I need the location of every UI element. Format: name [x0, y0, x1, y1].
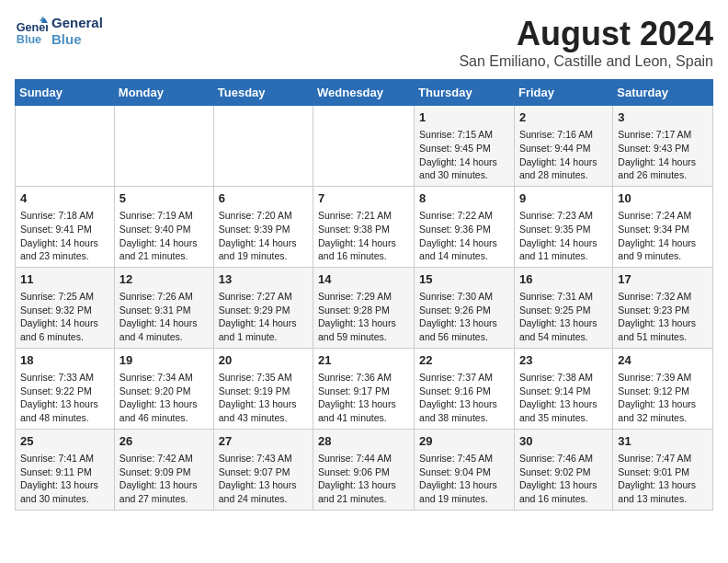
day-info-line: Sunrise: 7:33 AM: [20, 371, 109, 385]
title-area: August 2024 San Emiliano, Castille and L…: [459, 15, 713, 70]
day-number: 10: [618, 190, 708, 207]
day-info-line: Sunrise: 7:42 AM: [119, 452, 209, 465]
day-info-line: Sunrise: 7:29 AM: [318, 290, 409, 304]
week-row-4: 18Sunrise: 7:33 AMSunset: 9:22 PMDayligh…: [16, 348, 713, 429]
day-info-line: Daylight: 13 hours and 51 minutes.: [618, 316, 708, 343]
day-header-thursday: Thursday: [415, 80, 515, 106]
calendar-cell: 23Sunrise: 7:38 AMSunset: 9:14 PMDayligh…: [514, 348, 612, 429]
day-info-line: Daylight: 14 hours and 23 minutes.: [20, 236, 109, 263]
calendar-cell: 3Sunrise: 7:17 AMSunset: 9:43 PMDaylight…: [613, 106, 713, 187]
day-info-line: Sunset: 9:25 PM: [519, 304, 608, 317]
day-info-line: Sunrise: 7:46 AM: [519, 452, 608, 465]
day-header-monday: Monday: [114, 80, 213, 106]
day-info-line: Sunrise: 7:22 AM: [419, 209, 509, 223]
main-title: August 2024: [459, 15, 713, 53]
day-info-line: Sunset: 9:23 PM: [618, 304, 708, 317]
day-number: 21: [318, 352, 409, 369]
subtitle: San Emiliano, Castille and Leon, Spain: [459, 53, 713, 70]
day-info-line: Sunset: 9:04 PM: [419, 465, 509, 479]
day-info-line: Sunset: 9:16 PM: [419, 385, 509, 398]
day-info-line: Sunrise: 7:34 AM: [119, 371, 209, 385]
day-header-tuesday: Tuesday: [213, 80, 313, 106]
day-info-line: Sunset: 9:17 PM: [318, 385, 409, 398]
day-info-line: Daylight: 14 hours and 19 minutes.: [219, 236, 308, 263]
day-number: 7: [318, 190, 409, 207]
day-number: 8: [419, 190, 509, 207]
day-number: 27: [219, 433, 308, 450]
day-number: 16: [519, 271, 608, 288]
calendar-cell: 14Sunrise: 7:29 AMSunset: 9:28 PMDayligh…: [313, 267, 415, 348]
calendar-cell: 15Sunrise: 7:30 AMSunset: 9:26 PMDayligh…: [415, 267, 515, 348]
day-number: 22: [419, 352, 509, 369]
day-info-line: Sunrise: 7:27 AM: [219, 290, 308, 304]
day-info-line: Daylight: 14 hours and 16 minutes.: [318, 236, 409, 263]
day-info-line: Daylight: 14 hours and 28 minutes.: [519, 155, 608, 182]
day-number: 31: [618, 433, 708, 450]
calendar-cell: 30Sunrise: 7:46 AMSunset: 9:02 PMDayligh…: [514, 429, 612, 510]
day-info-line: Sunset: 9:40 PM: [119, 223, 209, 236]
day-info-line: Daylight: 13 hours and 21 minutes.: [318, 478, 409, 505]
day-number: 25: [20, 433, 109, 450]
day-header-wednesday: Wednesday: [313, 80, 415, 106]
day-info-line: Sunset: 9:28 PM: [318, 304, 409, 317]
day-header-friday: Friday: [514, 80, 612, 106]
svg-text:Blue: Blue: [17, 33, 41, 46]
day-info-line: Sunrise: 7:43 AM: [219, 452, 308, 465]
calendar-cell: 1Sunrise: 7:15 AMSunset: 9:45 PMDaylight…: [415, 106, 515, 187]
day-info-line: Sunset: 9:36 PM: [419, 223, 509, 236]
day-number: 26: [119, 433, 209, 450]
day-number: 12: [119, 271, 209, 288]
calendar-cell: 27Sunrise: 7:43 AMSunset: 9:07 PMDayligh…: [213, 429, 313, 510]
day-number: 18: [20, 352, 109, 369]
day-info-line: Daylight: 13 hours and 54 minutes.: [519, 316, 608, 343]
day-info-line: Sunrise: 7:18 AM: [20, 209, 109, 223]
day-number: 29: [419, 433, 509, 450]
day-info-line: Daylight: 13 hours and 35 minutes.: [519, 397, 608, 424]
logo-icon: General Blue: [15, 15, 48, 48]
day-info-line: Sunset: 9:14 PM: [519, 385, 608, 398]
header-row: SundayMondayTuesdayWednesdayThursdayFrid…: [16, 80, 713, 106]
calendar-cell: 5Sunrise: 7:19 AMSunset: 9:40 PMDaylight…: [114, 186, 213, 267]
day-info-line: Sunset: 9:45 PM: [419, 142, 509, 155]
day-info-line: Sunrise: 7:20 AM: [219, 209, 308, 223]
logo-text-line2: Blue: [51, 31, 103, 48]
day-info-line: Sunset: 9:07 PM: [219, 465, 308, 479]
day-info-line: Daylight: 13 hours and 16 minutes.: [519, 478, 608, 505]
day-number: 14: [318, 271, 409, 288]
calendar-cell: 13Sunrise: 7:27 AMSunset: 9:29 PMDayligh…: [213, 267, 313, 348]
calendar-cell: [114, 106, 213, 187]
day-info-line: Sunrise: 7:39 AM: [618, 371, 708, 385]
day-info-line: Daylight: 13 hours and 38 minutes.: [419, 397, 509, 424]
day-number: 19: [119, 352, 209, 369]
day-info-line: Daylight: 13 hours and 24 minutes.: [219, 478, 308, 505]
day-info-line: Daylight: 13 hours and 43 minutes.: [219, 397, 308, 424]
day-number: 2: [519, 109, 608, 126]
day-number: 30: [519, 433, 608, 450]
day-info-line: Sunset: 9:20 PM: [119, 385, 209, 398]
calendar-cell: 18Sunrise: 7:33 AMSunset: 9:22 PMDayligh…: [16, 348, 115, 429]
day-info-line: Sunrise: 7:36 AM: [318, 371, 409, 385]
calendar-cell: [313, 106, 415, 187]
calendar-cell: 8Sunrise: 7:22 AMSunset: 9:36 PMDaylight…: [415, 186, 515, 267]
day-info-line: Sunset: 9:19 PM: [219, 385, 308, 398]
day-info-line: Sunrise: 7:19 AM: [119, 209, 209, 223]
day-info-line: Daylight: 13 hours and 27 minutes.: [119, 478, 209, 505]
day-info-line: Sunrise: 7:26 AM: [119, 290, 209, 304]
day-info-line: Sunset: 9:32 PM: [20, 304, 109, 317]
day-info-line: Daylight: 14 hours and 11 minutes.: [519, 236, 608, 263]
day-info-line: Daylight: 14 hours and 26 minutes.: [618, 155, 708, 182]
day-info-line: Sunrise: 7:15 AM: [419, 128, 509, 142]
day-info-line: Daylight: 14 hours and 4 minutes.: [119, 316, 209, 343]
calendar-cell: 4Sunrise: 7:18 AMSunset: 9:41 PMDaylight…: [16, 186, 115, 267]
calendar-cell: 20Sunrise: 7:35 AMSunset: 9:19 PMDayligh…: [213, 348, 313, 429]
calendar-cell: 26Sunrise: 7:42 AMSunset: 9:09 PMDayligh…: [114, 429, 213, 510]
day-info-line: Sunset: 9:26 PM: [419, 304, 509, 317]
day-info-line: Daylight: 14 hours and 30 minutes.: [419, 155, 509, 182]
day-info-line: Sunrise: 7:30 AM: [419, 290, 509, 304]
day-number: 4: [20, 190, 109, 207]
calendar-cell: 2Sunrise: 7:16 AMSunset: 9:44 PMDaylight…: [514, 106, 612, 187]
day-info-line: Daylight: 13 hours and 19 minutes.: [419, 478, 509, 505]
calendar-cell: 21Sunrise: 7:36 AMSunset: 9:17 PMDayligh…: [313, 348, 415, 429]
day-info-line: Daylight: 13 hours and 41 minutes.: [318, 397, 409, 424]
day-info-line: Sunset: 9:12 PM: [618, 385, 708, 398]
